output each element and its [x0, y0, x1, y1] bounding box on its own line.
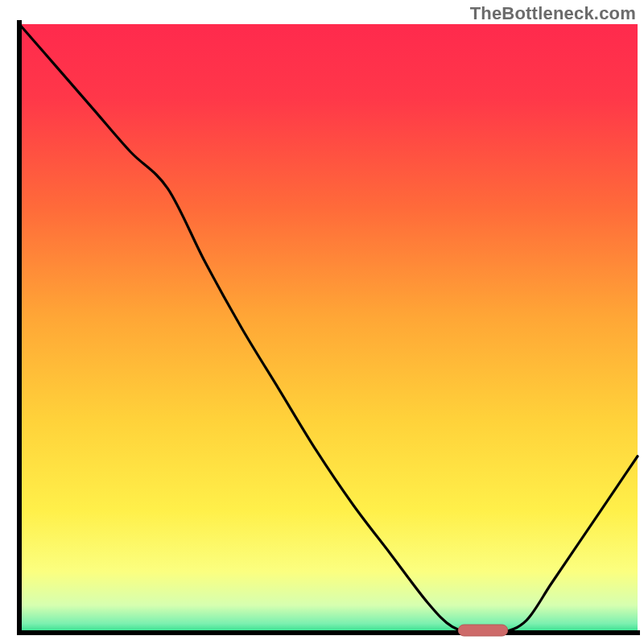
optimal-range-marker: [458, 625, 507, 636]
chart-container: TheBottleneck.com: [0, 0, 644, 644]
plot-background: [19, 24, 638, 633]
watermark: TheBottleneck.com: [470, 3, 636, 24]
bottleneck-curve-chart: [0, 0, 644, 644]
